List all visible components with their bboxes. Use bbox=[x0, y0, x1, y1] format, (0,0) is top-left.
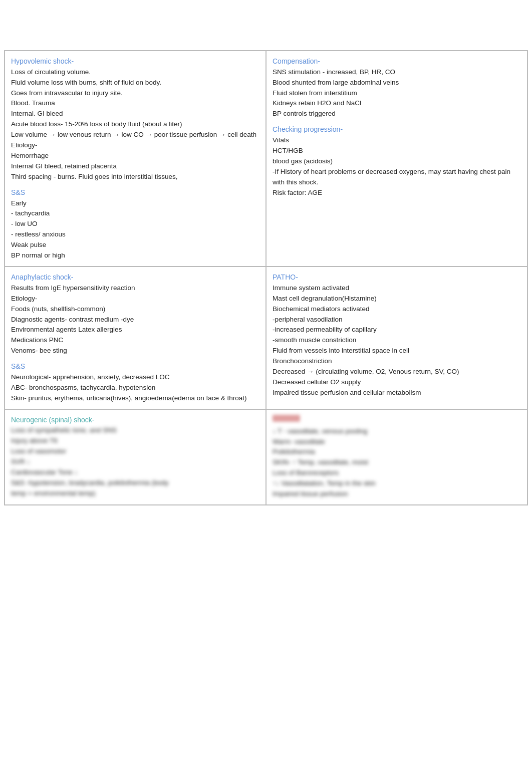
anaphylactic-cell: Anaphylactic shock- Results from IgE hyp… bbox=[5, 267, 266, 409]
neurogenic-blur-6: temp = environmental temp) bbox=[11, 488, 259, 499]
neurogenic-blurred: Loss of sympathetic tone, and SNS Injury… bbox=[11, 425, 259, 498]
hypovolemic-line-9: Internal GI bleed, retained placenta bbox=[11, 161, 259, 172]
neurogenic-right-blur-1: Warm- vasodilate bbox=[273, 437, 521, 447]
hypovolemic-sub-heading: S&S bbox=[11, 187, 259, 198]
hypovolemic-line-4: Internal. GI bleed bbox=[11, 109, 259, 119]
hypovolemic-line-5: Acute blood loss- 15-20% loss of body fl… bbox=[11, 119, 259, 130]
hypovolemic-line-6: Low volume → low venous return → low CO … bbox=[11, 130, 259, 140]
hypovolemic-heading: Hypovolemic shock- bbox=[11, 56, 259, 67]
anaphylactic-line-5: Medications PNC bbox=[11, 335, 259, 346]
hypovolemic-sub-4: Weak pulse bbox=[11, 240, 259, 250]
patho-line-1: Mast cell degranulation(Histamine) bbox=[273, 294, 521, 304]
patho-line-6: Fluid from vessels into interstitial spa… bbox=[273, 346, 521, 356]
patho-line-7: Bronchoconstriction bbox=[273, 356, 521, 367]
neurogenic-right-blurred: ↓ T - vasodilate, venous pooling Warm- v… bbox=[273, 426, 521, 499]
anaphylactic-line-4: Environmental agents Latex allergies bbox=[11, 325, 259, 335]
anaphylactic-line-0: Results from IgE hypersensitivity reacti… bbox=[11, 283, 259, 294]
hypovolemic-line-0: Loss of circulating volume. bbox=[11, 67, 259, 78]
checking-sub-1: HCT/HGB bbox=[273, 146, 521, 156]
compensation-heading: Compensation- bbox=[273, 56, 521, 67]
main-grid: Hypovolemic shock- Loss of circulating v… bbox=[4, 50, 528, 505]
hypovolemic-cell: Hypovolemic shock- Loss of circulating v… bbox=[5, 51, 266, 267]
neurogenic-blur-5: S&S -hypotension, bradycardia, poikiloth… bbox=[11, 478, 259, 488]
neurogenic-right-blur-5: ↑↓ Vasodilatation, Temp in the skin bbox=[273, 478, 521, 489]
neurogenic-right-blur-6: Impaired tissue perfusion bbox=[273, 489, 521, 499]
patho-line-8: Decreased → (circulating volume, O2, Ven… bbox=[273, 367, 521, 377]
checking-sub-0: Vitals bbox=[273, 135, 521, 146]
checking-sub-2: blood gas (acidosis) bbox=[273, 156, 521, 167]
patho-heading: PATHO- bbox=[273, 272, 521, 283]
neurogenic-right-cell: ↓ T - vasodilate, venous pooling Warm- v… bbox=[266, 409, 527, 505]
checking-heading: Checking progression- bbox=[273, 124, 521, 135]
checking-sub-3: -If History of heart problems or decreas… bbox=[273, 167, 521, 188]
patho-line-9: Decreased cellular O2 supply bbox=[273, 377, 521, 388]
patho-line-0: Immune system activated bbox=[273, 283, 521, 294]
compensation-line-3: Kidneys retain H2O and NaCl bbox=[273, 98, 521, 109]
hypovolemic-sub-0: Early bbox=[11, 198, 259, 209]
neurogenic-right-blur-4: Loss of Baroreceptors bbox=[273, 468, 521, 478]
anaphylactic-line-3: Diagnostic agents- contrast medium -dye bbox=[11, 315, 259, 325]
checking-sub-5: Risk factor: AGE bbox=[273, 188, 521, 198]
patho-line-3: -peripheral vasodilation bbox=[273, 315, 521, 325]
neurogenic-blur-3: SVR ↓ bbox=[11, 457, 259, 467]
anaphylactic-sub-1: ABC- bronchospasms, tachycardia, hypoten… bbox=[11, 383, 259, 393]
compensation-cell: Compensation- SNS stimulation - increase… bbox=[266, 51, 527, 267]
hypovolemic-line-7: Etiology- bbox=[11, 140, 259, 151]
hypovolemic-line-3: Blood. Trauma bbox=[11, 98, 259, 109]
compensation-line-2: Fluid stolen from interstitium bbox=[273, 88, 521, 99]
hypovolemic-sub-5: BP normal or high bbox=[11, 250, 259, 261]
neurogenic-right-blur-2: Poikilothermia bbox=[273, 447, 521, 457]
neurogenic-blur-1: Injury above T6 bbox=[11, 436, 259, 446]
hypovolemic-line-10: Third spacing - burns. Fluid goes into i… bbox=[11, 172, 259, 182]
patho-line-5: -smooth muscle constriction bbox=[273, 335, 521, 346]
neurogenic-blur-4: Cardiovascular Tone ↓ bbox=[11, 467, 259, 478]
anaphylactic-heading: Anaphylactic shock- bbox=[11, 272, 259, 283]
patho-line-10: Impaired tissue perfusion and cellular m… bbox=[273, 388, 521, 398]
neurogenic-blur-2: Loss of vasomotor bbox=[11, 446, 259, 457]
page-wrapper: Hypovolemic shock- Loss of circulating v… bbox=[0, 0, 532, 509]
anaphylactic-line-1: Etiology- bbox=[11, 294, 259, 304]
neurogenic-right-blur-0: ↓ T - vasodilate, venous pooling bbox=[273, 426, 521, 437]
neurogenic-heading: Neurogenic (spinal) shock- bbox=[11, 415, 259, 426]
hypovolemic-sub-1: - tachycardia bbox=[11, 208, 259, 219]
anaphylactic-sub-0: Neurological- apprehension, anxiety, dec… bbox=[11, 372, 259, 383]
compensation-line-1: Blood shunted from large abdominal veins bbox=[273, 78, 521, 88]
anaphylactic-line-2: Foods (nuts, shellfish-common) bbox=[11, 304, 259, 315]
neurogenic-left-cell: Neurogenic (spinal) shock- Loss of sympa… bbox=[5, 409, 266, 505]
hypovolemic-line-8: Hemorrhage bbox=[11, 151, 259, 161]
hypovolemic-line-1: Fluid volume loss with burns, shift of f… bbox=[11, 78, 259, 88]
neurogenic-right-heading-blurred bbox=[273, 415, 300, 422]
compensation-line-0: SNS stimulation - increased, BP, HR, CO bbox=[273, 67, 521, 78]
anaphylactic-sub-2: Skin- pruritus, erythema, urticaria(hive… bbox=[11, 393, 259, 404]
patho-line-4: -increased permeability of capillary bbox=[273, 325, 521, 335]
neurogenic-blur-0: Loss of sympathetic tone, and SNS bbox=[11, 425, 259, 436]
hypovolemic-line-2: Goes from intravascular to injury site. bbox=[11, 88, 259, 99]
hypovolemic-sub-3: - restless/ anxious bbox=[11, 229, 259, 240]
compensation-line-4: BP controls triggered bbox=[273, 109, 521, 119]
neurogenic-right-blur-3: SKIN- ↑ Temp, vasodilate, moist bbox=[273, 457, 521, 468]
anaphylactic-line-6: Venoms- bee sting bbox=[11, 346, 259, 356]
hypovolemic-sub-2: - low UO bbox=[11, 219, 259, 229]
patho-cell: PATHO- Immune system activated Mast cell… bbox=[266, 267, 527, 409]
anaphylactic-sub-heading: S&S bbox=[11, 361, 259, 372]
patho-line-2: Biochemical mediators activated bbox=[273, 304, 521, 315]
